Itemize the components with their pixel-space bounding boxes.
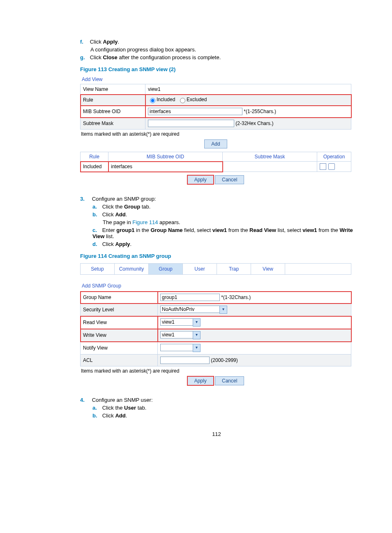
figure-113: Add View View Name view1 Rule Included E… xyxy=(80,76,351,184)
step-4: 4. Configure an SNMP user: a. Click the … xyxy=(92,397,353,419)
fig113-buttons: Apply Cancel xyxy=(80,175,351,184)
add-button-row: Add xyxy=(80,139,351,148)
rule-excluded-radio[interactable] xyxy=(180,98,185,103)
td-mask xyxy=(223,162,317,172)
td-mib: interfaces xyxy=(108,162,223,172)
groupname-input[interactable] xyxy=(160,294,220,301)
step-g-label: g. xyxy=(80,54,88,60)
acl-label: ACL xyxy=(81,355,158,366)
add-view-form: View Name view1 Rule Included Excluded M… xyxy=(80,84,351,130)
mib-cell: *(1-255Chars.) xyxy=(145,106,351,118)
req-note-114: Items marked with an asterisk(*) are req… xyxy=(81,368,351,374)
acl-hint: (2000-2999) xyxy=(211,357,238,363)
step-f-text: Click Apply. xyxy=(90,39,120,45)
add-view-heading: Add View xyxy=(80,76,351,84)
step3-num: 3. xyxy=(80,196,90,202)
td-rule: Included xyxy=(81,162,108,172)
notifyview-select[interactable] xyxy=(160,344,193,351)
figure-114-link[interactable]: Figure 114 xyxy=(132,219,158,225)
chevron-down-icon[interactable]: ▾ xyxy=(193,331,201,339)
step-g-text: Click Close after the configuration proc… xyxy=(90,54,221,60)
seclevel-label: Security Level xyxy=(81,304,158,316)
tab-user[interactable]: User xyxy=(183,264,217,274)
step-g: g. Click Close after the configuration p… xyxy=(80,54,353,60)
step4a-label: a. xyxy=(92,405,101,411)
tab-view[interactable]: View xyxy=(251,264,285,274)
step4-num: 4. xyxy=(80,397,90,403)
cancel-button-113[interactable]: Cancel xyxy=(215,175,244,184)
add-button[interactable]: Add xyxy=(204,139,227,148)
figure-113-title: Figure 113 Creating an SNMP view (2) xyxy=(80,66,353,72)
step3b-label: b. xyxy=(92,211,101,218)
apply-button-114[interactable]: Apply xyxy=(187,376,214,385)
th-mib: MIB Subtree OID xyxy=(108,152,223,162)
mask-label: Subtree Mask xyxy=(81,118,145,130)
step3-intro: Configure an SNMP group: xyxy=(92,196,156,202)
mask-hint: (2-32Hex Chars.) xyxy=(235,121,273,126)
step-f-sub: A configuration progress dialog box appe… xyxy=(90,46,353,53)
viewname-label: View Name xyxy=(81,84,145,95)
step4b-label: b. xyxy=(92,412,101,419)
mib-input[interactable] xyxy=(148,108,242,115)
th-rule: Rule xyxy=(81,152,108,162)
figure-114: Setup Community Group User Trap View Add… xyxy=(80,263,351,385)
rule-excluded-label: Excluded xyxy=(187,97,207,102)
req-note-113: Items marked with an asterisk(*) are req… xyxy=(81,131,351,137)
mask-cell: (2-32Hex Chars.) xyxy=(145,118,351,130)
add-group-heading: Add SNMP Group xyxy=(82,283,351,289)
step3a-label: a. xyxy=(92,204,101,210)
page: f. Click Apply. A configuration progress… xyxy=(0,0,392,454)
step4-intro: Configure an SNMP user: xyxy=(92,397,153,403)
figure-114-title: Figure 114 Creating an SNMP group xyxy=(80,253,353,259)
mib-label: MIB Subtree OID xyxy=(81,106,145,118)
groupname-cell: *(1-32Chars.) xyxy=(158,292,351,304)
tabs: Setup Community Group User Trap View xyxy=(80,263,351,275)
step3d-label: d. xyxy=(92,241,101,247)
view-rule-table: Rule MIB Subtree OID Subtree Mask Operat… xyxy=(80,152,351,172)
chevron-down-icon[interactable]: ▾ xyxy=(193,344,201,352)
tab-trap[interactable]: Trap xyxy=(217,264,251,274)
writeview-label: Write View xyxy=(81,329,158,342)
tab-community[interactable]: Community xyxy=(115,264,149,274)
groupname-hint: *(1-32Chars.) xyxy=(221,294,251,300)
delete-icon[interactable] xyxy=(328,163,335,170)
th-op: Operation xyxy=(317,152,351,162)
add-group-form: Group Name *(1-32Chars.) Security Level … xyxy=(80,291,351,366)
apply-button-113[interactable]: Apply xyxy=(187,175,214,184)
fig114-buttons: Apply Cancel xyxy=(80,376,351,385)
writeview-select[interactable] xyxy=(160,331,193,338)
page-number: 112 xyxy=(80,431,353,437)
step-f: f. Click Apply. A configuration progress… xyxy=(80,39,353,53)
tab-setup[interactable]: Setup xyxy=(81,264,115,274)
groupname-label: Group Name xyxy=(81,292,158,304)
step3c-label: c. xyxy=(92,227,101,233)
mib-hint: *(1-255Chars.) xyxy=(244,109,276,114)
step-3: 3. Configure an SNMP group: a. Click the… xyxy=(92,196,353,247)
chevron-down-icon[interactable]: ▾ xyxy=(193,318,201,327)
tab-group[interactable]: Group xyxy=(149,264,183,274)
acl-input[interactable] xyxy=(160,357,210,364)
step-f-label: f. xyxy=(80,39,88,45)
rule-included-radio[interactable] xyxy=(150,98,155,103)
readview-select[interactable] xyxy=(160,318,193,326)
rule-label: Rule xyxy=(81,95,145,106)
chevron-down-icon[interactable]: ▾ xyxy=(219,306,227,314)
cancel-button-114[interactable]: Cancel xyxy=(215,376,244,385)
tab-spacer xyxy=(285,264,351,274)
rule-cell: Included Excluded xyxy=(145,95,351,106)
seclevel-select[interactable] xyxy=(160,306,220,313)
edit-icon[interactable] xyxy=(320,163,326,170)
viewname-value: view1 xyxy=(145,84,351,95)
rule-included-label: Included xyxy=(157,97,175,102)
th-mask: Subtree Mask xyxy=(223,152,317,162)
notifyview-label: Notify View xyxy=(81,342,158,355)
mask-input[interactable] xyxy=(148,120,234,127)
td-op xyxy=(317,162,351,172)
readview-label: Read View xyxy=(81,316,158,329)
